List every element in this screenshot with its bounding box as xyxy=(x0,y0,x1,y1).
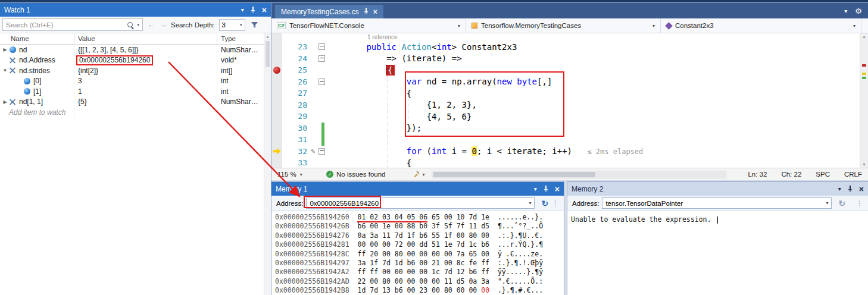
fold-collapse-icon[interactable] xyxy=(319,43,325,50)
search-options-chevron-icon[interactable]: ▾ xyxy=(137,23,139,27)
filter-icon[interactable] xyxy=(251,21,258,29)
memory-row[interactable]: 0x000002556B19426B b6 00 1e 00 88 b0 3f … xyxy=(275,222,564,231)
refresh-icon[interactable]: ↻ xyxy=(838,199,845,208)
scroll-down-icon[interactable]: ▼ xyxy=(860,162,868,167)
gear-icon[interactable]: ⚙ xyxy=(855,7,862,15)
watch-value: 3 xyxy=(78,77,82,85)
document-tab-bar: MemoryTestingCases.cs × ▾ ⚙ xyxy=(271,3,868,18)
code-line[interactable]: 24 => (iterate) => xyxy=(271,53,860,65)
pin-icon[interactable] xyxy=(544,186,548,192)
eol-indicator[interactable]: CRLF xyxy=(844,171,862,178)
pin-tab-icon[interactable] xyxy=(364,8,369,16)
watch-row[interactable]: ▼nd.strides{int[2]}int[] xyxy=(0,65,271,76)
code-line[interactable]: 28 {1, 2, 3}, xyxy=(271,99,860,111)
code-line[interactable]: 25 { xyxy=(271,64,860,76)
code-line[interactable]: 33 { xyxy=(271,157,860,168)
code-editor[interactable]: 1 reference 23 public Action<int> Consta… xyxy=(271,33,868,168)
window-position-icon[interactable]: ▾ xyxy=(241,7,244,13)
search-prev-icon[interactable]: ← xyxy=(147,21,155,29)
memory-row[interactable]: 0x000002556B19428C ff 20 00 80 00 00 00 … xyxy=(275,250,564,259)
watch-type: NumShar… xyxy=(217,45,271,55)
breakpoint-icon[interactable] xyxy=(273,67,280,74)
expander-right-icon[interactable]: ▶ xyxy=(1,47,9,52)
memory-row[interactable]: 0x000002556B1942A2 ff ff 00 00 00 00 1c … xyxy=(275,268,564,277)
watch-column-headers: Name Value Type xyxy=(0,33,271,45)
scrollbar-changes-mark xyxy=(862,77,866,79)
code-line[interactable]: 31 xyxy=(271,134,860,146)
memory-row[interactable]: 0x000002556B1942B8 1d 7d 13 b6 00 23 00 … xyxy=(275,286,564,295)
type-dropdown[interactable]: Tensorflow.MemoryTestingCases ▾ xyxy=(466,18,661,33)
fold-collapse-icon[interactable] xyxy=(319,79,325,85)
column-header-value[interactable]: Value xyxy=(74,33,217,44)
memory1-titlebar[interactable]: Memory 1 ▾ × xyxy=(271,182,564,196)
fold-collapse-icon[interactable] xyxy=(319,148,325,155)
pin-icon[interactable] xyxy=(848,186,853,192)
expander-down-icon[interactable]: ▼ xyxy=(1,68,9,73)
code-line[interactable]: 30 }); xyxy=(271,123,860,134)
watch-row[interactable]: [0]3int xyxy=(0,76,271,87)
memory-row[interactable]: 0x000002556B194281 00 00 00 72 00 dd 51 … xyxy=(275,240,564,249)
code-line[interactable]: 27 { xyxy=(271,87,860,99)
memory-row[interactable]: 0x000002556B1942AD 22 00 80 00 00 00 00 … xyxy=(275,277,564,286)
search-next-icon[interactable]: → xyxy=(159,21,167,29)
code-line[interactable]: 29 {4, 5, 6} xyxy=(271,111,860,123)
fold-collapse-icon[interactable] xyxy=(319,55,325,62)
column-header-name[interactable]: Name xyxy=(0,33,74,44)
close-icon[interactable]: × xyxy=(262,6,267,14)
column-header-type[interactable]: Type xyxy=(217,33,271,44)
tab-list-chevron-icon[interactable]: ▾ xyxy=(844,8,847,14)
scrollbar-thumb[interactable] xyxy=(266,41,270,67)
project-dropdown[interactable]: C# TensorFlowNET.Console ▾ xyxy=(271,18,466,33)
memory-row[interactable]: 0x000002556B194260 01 02 03 04 05 06 65 … xyxy=(275,213,564,222)
line-number: 31 xyxy=(282,135,310,144)
scrollbar-thumb[interactable] xyxy=(433,172,595,177)
close-icon[interactable]: × xyxy=(555,185,560,193)
code-cleanup-button[interactable]: ▾ xyxy=(413,171,424,178)
memory-row[interactable]: 0x000002556B194276 0a 3a 11 7d 1f b6 55 … xyxy=(275,231,564,240)
code-line[interactable]: 23 public Action<int> Constant2x3 xyxy=(271,41,860,53)
space-mode-indicator[interactable]: SPC xyxy=(816,171,830,178)
window-position-icon[interactable]: ▾ xyxy=(534,186,537,192)
refresh-icon[interactable]: ↻ xyxy=(541,199,548,208)
memory-ascii: .}.¶.#.€... xyxy=(498,286,543,294)
zoom-select[interactable]: 115 % ▾ xyxy=(277,171,312,178)
memory-rows[interactable]: 0x000002556B194260 01 02 03 04 05 06 65 … xyxy=(271,211,564,295)
editor-vertical-scrollbar[interactable]: ▲ ▼ xyxy=(860,33,868,168)
line-number: 32 xyxy=(282,147,310,156)
memory-row[interactable]: 0x000002556B194297 3a 1f 7d 1d b6 00 21 … xyxy=(275,259,564,268)
member-dropdown[interactable]: Constant2x3 ▾ xyxy=(661,18,861,33)
memory2-address-input[interactable]: tensor.TensorDataPointer ▾ xyxy=(602,197,832,209)
expander-right-icon[interactable]: ▶ xyxy=(1,99,9,105)
watch-row[interactable]: ▶nd[1, 1]{5}NumShar… xyxy=(0,97,271,108)
window-position-icon[interactable]: ▾ xyxy=(838,186,841,192)
toolbar-options-icon[interactable]: ⋮ xyxy=(856,199,863,208)
search-depth-select[interactable]: 3 ▾ xyxy=(219,19,245,31)
codelens-references[interactable]: 1 reference xyxy=(367,34,398,40)
watch-search-input[interactable]: Search (Ctrl+E) ▾ xyxy=(2,18,143,31)
memory2-message-area[interactable]: Unable to evaluate the expression. xyxy=(567,211,868,228)
watch-titlebar[interactable]: Watch 1 ▾ × xyxy=(0,3,271,17)
watch-row[interactable]: Add item to watch xyxy=(0,107,271,118)
chevron-down-icon[interactable]: ▾ xyxy=(529,200,531,206)
scroll-up-icon[interactable]: ▲ xyxy=(860,34,868,39)
horizontal-scrollbar[interactable] xyxy=(432,171,726,178)
close-icon[interactable]: × xyxy=(859,185,864,193)
watch-rows: ▶nd{[[1, 2, 3], [4, 5, 6]]}NumShar…nd.Ad… xyxy=(0,45,271,118)
memory2-titlebar[interactable]: Memory 2 ▾ × xyxy=(567,182,868,196)
watch-row[interactable]: nd.Address0x000002556b194260void* xyxy=(0,55,271,66)
chevron-down-icon[interactable]: ▾ xyxy=(826,200,828,206)
tab-memorytestingcases[interactable]: MemoryTestingCases.cs × xyxy=(275,5,383,18)
document-health-indicator[interactable]: ✓ No issues found xyxy=(326,171,385,178)
code-line[interactable]: 26 var nd = np.array(new byte[,] xyxy=(271,76,860,88)
close-tab-icon[interactable]: × xyxy=(373,8,377,16)
watch-row[interactable]: [1]1int xyxy=(0,86,271,97)
scroll-up-icon[interactable]: ▲ xyxy=(264,33,271,39)
watch-scrollbar[interactable]: ▲ xyxy=(264,33,271,295)
toolbar-options-icon[interactable]: ⋮ xyxy=(552,199,559,208)
code-line[interactable]: 32✎ for (int i = 0; i < iterate; i++) ≤ … xyxy=(271,146,860,158)
pin-icon[interactable] xyxy=(251,7,255,13)
watch-row[interactable]: ▶nd{[[1, 2, 3], [4, 5, 6]]}NumShar… xyxy=(0,45,271,55)
memory-address: 0x000002556B19428C xyxy=(275,250,349,258)
memory1-address-input[interactable]: 0x000002556B194260 ▾ xyxy=(306,197,535,209)
code-lines[interactable]: 23 public Action<int> Constant2x324 => (… xyxy=(271,41,860,168)
